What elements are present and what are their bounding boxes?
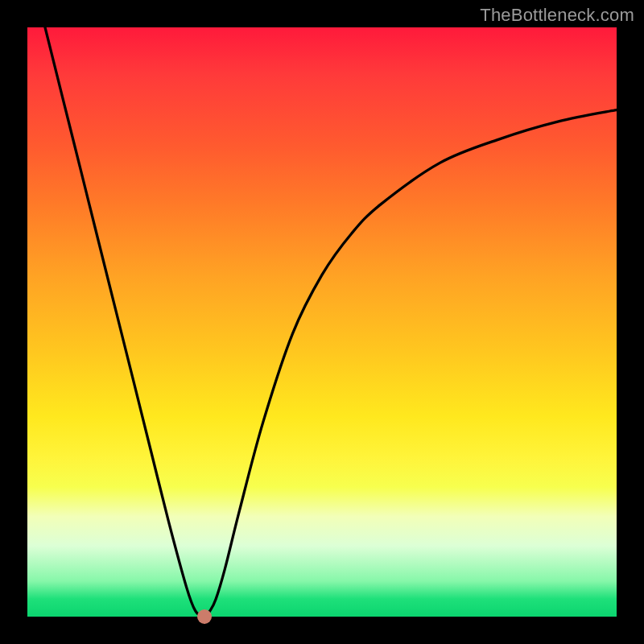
curve-svg bbox=[27, 27, 617, 617]
chart-stage: TheBottleneck.com bbox=[0, 0, 644, 644]
watermark-text: TheBottleneck.com bbox=[480, 5, 634, 26]
bottleneck-curve bbox=[45, 27, 617, 617]
plot-area bbox=[27, 27, 617, 617]
minimum-marker-dot bbox=[197, 609, 212, 624]
